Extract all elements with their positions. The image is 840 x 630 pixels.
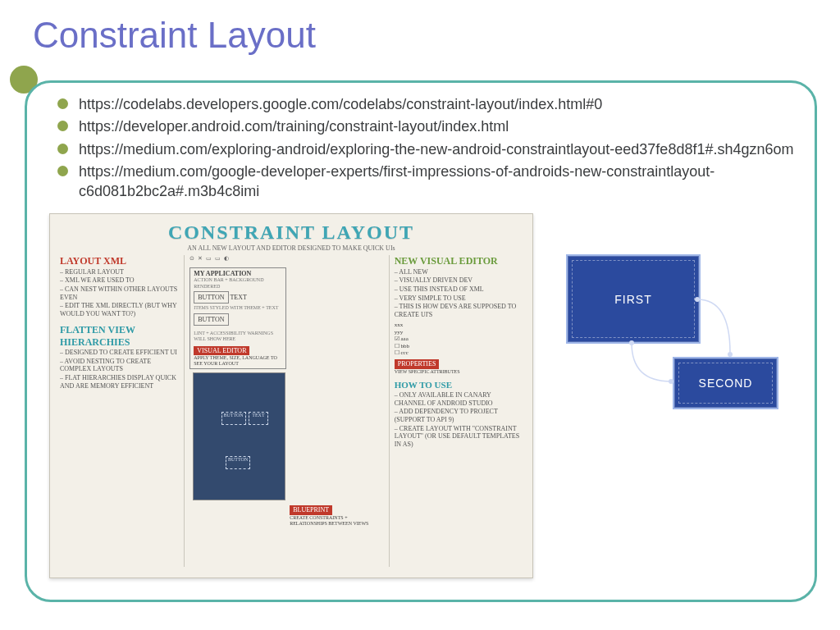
sketch-note: LINT + ACCESSIBILITY WARNINGS WILL SHOW … (194, 331, 282, 342)
sketch-widget: BUTTON (194, 313, 228, 326)
sketch-heading: LAYOUT XML (60, 255, 177, 267)
sketch-prop: aaa (400, 336, 408, 342)
sketch-note: – ONLY AVAILABLE IN CANARY CHANNEL OF AN… (395, 391, 523, 407)
sketch-note: ITEMS STYLED WITH THEME + TEXT (194, 305, 282, 311)
sketch-note: – DESIGNED TO CREATE EFFICIENT UI (60, 349, 177, 357)
diagram-box-first: FIRST (566, 254, 701, 344)
sketch-note: – CAN NEST WITHIN OTHER LAYOUTS EVEN (60, 285, 177, 301)
sketch-note: – ADD DEPENDENCY TO PROJECT (SUPPORT TO … (395, 408, 523, 423)
sketch-note: – REGULAR LAYOUT (60, 268, 177, 276)
link-list: https://codelabs.developers.google.com/c… (49, 94, 804, 201)
sketch-note: APPLY THEME, SIZE, LANGUAGE TO SEE YOUR … (194, 355, 282, 367)
link-item[interactable]: https://developer.android.com/training/c… (79, 116, 804, 136)
sketch-tag: VISUAL EDITOR (194, 346, 249, 356)
sketch-prop: ccc (400, 349, 408, 356)
sketch-heading: HOW TO USE (395, 380, 523, 390)
sketch-note: ACTION BAR + BACKGROUND RENDERED (194, 277, 282, 289)
sketch-note: – VISUALLY DRIVEN DEV (395, 276, 523, 285)
sketch-prop: bbb (400, 343, 409, 349)
constraint-diagram: FIRST SECOND (566, 254, 779, 418)
sketch-heading: FLATTEN VIEW HIERARCHIES (60, 324, 177, 348)
sketch-note: – EDIT THE XML DIRECTLY (BUT WHY WOULD Y… (60, 302, 177, 317)
sketch-note: – CREATE LAYOUT WITH "CONSTRAINT LAYOUT"… (395, 425, 523, 449)
sketch-note: CREATE CONSTRAINTS + RELATIONSHIPS BETWE… (290, 515, 382, 527)
sketch-note: – USE THIS INSTEAD OF XML (395, 285, 523, 294)
link-item[interactable]: https://codelabs.developers.google.com/c… (79, 94, 804, 114)
sketch-tag: PROPERTIES (395, 359, 440, 369)
sketch-widget: BUTTON (194, 291, 228, 304)
sketch-prop: yyy (395, 329, 523, 336)
sketch-app-title: MY APPLICATION (194, 270, 282, 278)
diagram-box-second: SECOND (673, 357, 778, 409)
link-item[interactable]: https://medium.com/exploring-android/exp… (79, 139, 804, 159)
sketch-note: – XML WE ARE USED TO (60, 276, 177, 285)
content-area: https://codelabs.developers.google.com/c… (49, 92, 804, 203)
sketch-note: – VERY SIMPLE TO USE (395, 294, 523, 303)
sketch-subtitle: AN ALL NEW LAYOUT AND EDITOR DESIGNED TO… (60, 244, 523, 253)
sketch-tag: BLUEPRINT (290, 505, 332, 515)
sketch-widget: TEXT (230, 294, 246, 301)
sketch-note: – FLAT HIERARCHIES DISPLAY QUICK AND ARE… (60, 374, 177, 390)
sketch-title: CONSTRAINT LAYOUT (60, 221, 523, 244)
sketch-note: – THIS IS HOW DEVS ARE SUPPOSED TO CREAT… (395, 303, 523, 318)
sketch-note: VIEW SPECIFIC ATTRIBUTES (395, 369, 523, 375)
sketch-prop: xxx (395, 322, 523, 328)
link-item[interactable]: https://medium.com/google-developer-expe… (79, 162, 804, 202)
decorative-dot (10, 66, 38, 94)
sketch-note: – ALL NEW (395, 268, 523, 276)
sketch-heading: NEW VISUAL EDITOR (395, 255, 523, 267)
sketch-note: – AVOID NESTING TO CREATE COMPLEX LAYOUT… (60, 358, 177, 373)
slide-title: Constraint Layout (0, 0, 840, 62)
sketchnote-image: CONSTRAINT LAYOUT AN ALL NEW LAYOUT AND … (49, 213, 533, 578)
